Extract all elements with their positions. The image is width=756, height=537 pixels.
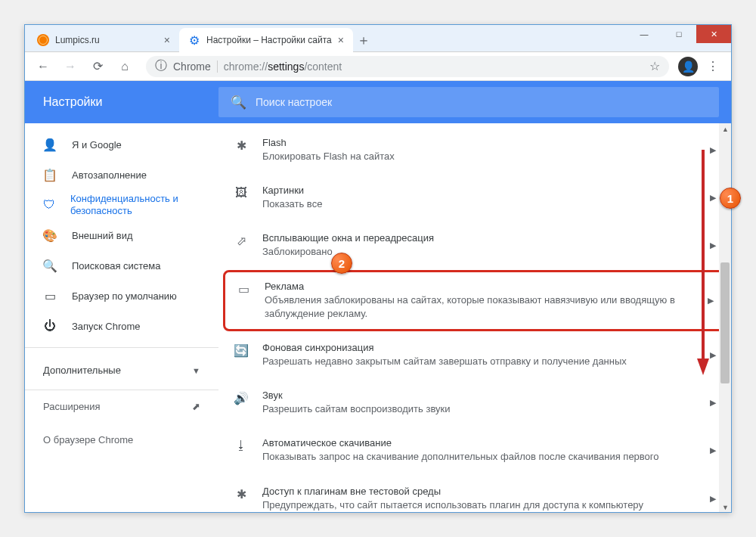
svg-marker-1 bbox=[697, 359, 709, 375]
tab-settings[interactable]: ⚙ Настройки – Настройки сайта × bbox=[179, 28, 353, 52]
annotation-arrow bbox=[694, 150, 712, 377]
settings-content: ✱FlashБлокировать Flash на сайтах▶ 🖼Карт… bbox=[218, 123, 731, 512]
reload-button[interactable]: ⟳ bbox=[85, 54, 110, 79]
popup-icon: ⬀ bbox=[234, 234, 249, 248]
sidebar-item-you-google[interactable]: 👤Я и Google bbox=[25, 129, 218, 160]
browser-icon: ▭ bbox=[43, 289, 57, 303]
close-icon[interactable]: × bbox=[164, 34, 170, 46]
address-bar[interactable]: ⓘ Chrome chrome://settings/content ☆ bbox=[146, 56, 669, 77]
content-settings-list: ✱FlashБлокировать Flash на сайтах▶ 🖼Карт… bbox=[218, 123, 731, 512]
sidebar-item-default-browser[interactable]: ▭Браузер по умолчанию bbox=[25, 281, 218, 311]
tab-title: Lumpics.ru bbox=[55, 35, 100, 45]
address-url: chrome://settings/content bbox=[224, 61, 342, 73]
plugin-icon: ✱ bbox=[234, 487, 249, 501]
sidebar-item-startup[interactable]: ⏻Запуск Chrome bbox=[25, 311, 218, 341]
ads-icon: ▭ bbox=[236, 282, 251, 296]
settings-sidebar: 👤Я и Google 📋Автозаполнение 🛡Конфиденциа… bbox=[25, 123, 218, 512]
row-sync[interactable]: 🔄Фоновая синхронизацияРазрешать недавно … bbox=[218, 331, 731, 379]
sidebar-item-appearance[interactable]: 🎨Внешний вид bbox=[25, 220, 218, 250]
row-flash[interactable]: ✱FlashБлокировать Flash на сайтах▶ bbox=[218, 126, 731, 174]
tab-title: Настройки – Настройки сайта bbox=[206, 35, 332, 45]
sidebar-item-advanced[interactable]: Дополнительные▼ bbox=[25, 347, 218, 383]
shield-icon: 🛡 bbox=[43, 198, 55, 212]
maximize-button[interactable]: □ bbox=[662, 25, 696, 43]
settings-title: Настройки bbox=[25, 95, 218, 109]
browser-toolbar: ← → ⟳ ⌂ ⓘ Chrome chrome://settings/conte… bbox=[25, 52, 731, 81]
forward-button[interactable]: → bbox=[58, 54, 82, 79]
site-info-icon[interactable]: ⓘ bbox=[155, 58, 167, 74]
row-plugins[interactable]: ✱Доступ к плагинам вне тестовой средыПре… bbox=[218, 475, 731, 513]
sidebar-item-privacy[interactable]: 🛡Конфиденциальность и безопасность bbox=[25, 190, 218, 220]
row-downloads[interactable]: ⭳Автоматическое скачиваниеПоказывать зап… bbox=[218, 427, 731, 474]
search-icon: 🔍 bbox=[231, 95, 246, 110]
chevron-right-icon: ▶ bbox=[710, 398, 716, 408]
row-ads[interactable]: ▭РекламаОбъявления заблокированы на сайт… bbox=[223, 270, 727, 331]
titlebar: Lumpics.ru × ⚙ Настройки – Настройки сай… bbox=[25, 25, 731, 52]
home-button[interactable]: ⌂ bbox=[113, 54, 137, 79]
image-icon: 🖼 bbox=[234, 186, 249, 200]
window-controls: — □ ✕ bbox=[627, 25, 731, 43]
search-icon: 🔍 bbox=[43, 259, 57, 273]
annotation-marker-2: 2 bbox=[331, 253, 352, 274]
sidebar-item-about[interactable]: О браузере Chrome bbox=[25, 423, 218, 456]
browser-window: Lumpics.ru × ⚙ Настройки – Настройки сай… bbox=[24, 24, 732, 513]
profile-avatar[interactable]: 👤 bbox=[678, 57, 698, 76]
sidebar-item-autofill[interactable]: 📋Автозаполнение bbox=[25, 160, 218, 190]
power-icon: ⏻ bbox=[43, 319, 57, 333]
download-icon: ⭳ bbox=[234, 439, 249, 452]
minimize-button[interactable]: — bbox=[627, 25, 662, 43]
person-icon: 👤 bbox=[43, 138, 57, 152]
annotation-marker-1: 1 bbox=[720, 188, 741, 209]
new-tab-button[interactable]: ＋ bbox=[353, 29, 374, 51]
search-input[interactable] bbox=[256, 96, 707, 108]
tab-strip: Lumpics.ru × ⚙ Настройки – Настройки сай… bbox=[25, 25, 374, 52]
sound-icon: 🔊 bbox=[234, 391, 249, 405]
sidebar-item-search[interactable]: 🔍Поисковая система bbox=[25, 250, 218, 281]
clipboard-icon: 📋 bbox=[43, 168, 57, 182]
extension-icon: ✱ bbox=[234, 138, 249, 153]
content-scrollbar[interactable]: ▲ ▼ bbox=[719, 123, 731, 512]
site-icon bbox=[37, 34, 49, 46]
external-link-icon: ⬈ bbox=[192, 401, 200, 412]
palette-icon: 🎨 bbox=[43, 228, 57, 243]
scroll-thumb[interactable] bbox=[720, 262, 730, 383]
address-origin: Chrome bbox=[173, 61, 218, 73]
chevron-right-icon: ▶ bbox=[710, 445, 716, 455]
close-button[interactable]: ✕ bbox=[696, 25, 731, 43]
row-sound[interactable]: 🔊ЗвукРазрешить сайтам воспроизводить зву… bbox=[218, 379, 731, 427]
settings-header: Настройки 🔍 bbox=[25, 81, 731, 123]
close-icon[interactable]: × bbox=[338, 34, 344, 46]
menu-button[interactable]: ⋮ bbox=[701, 54, 725, 79]
sidebar-item-extensions[interactable]: Расширения⬈ bbox=[25, 390, 218, 423]
chevron-down-icon: ▼ bbox=[192, 366, 200, 375]
settings-search[interactable]: 🔍 bbox=[218, 87, 719, 117]
chevron-right-icon: ▶ bbox=[710, 494, 716, 504]
settings-body: 👤Я и Google 📋Автозаполнение 🛡Конфиденциа… bbox=[25, 123, 731, 512]
scroll-up-icon[interactable]: ▲ bbox=[722, 126, 728, 132]
row-images[interactable]: 🖼КартинкиПоказать все▶ bbox=[218, 174, 731, 222]
gear-icon: ⚙ bbox=[188, 34, 200, 46]
sync-icon: 🔄 bbox=[234, 343, 249, 358]
tab-lumpics[interactable]: Lumpics.ru × bbox=[28, 28, 179, 52]
back-button[interactable]: ← bbox=[31, 54, 55, 79]
row-popups[interactable]: ⬀Всплывающие окна и переадресацияЗаблоки… bbox=[218, 222, 731, 269]
star-icon[interactable]: ☆ bbox=[649, 59, 660, 73]
scroll-down-icon[interactable]: ▼ bbox=[722, 504, 728, 510]
